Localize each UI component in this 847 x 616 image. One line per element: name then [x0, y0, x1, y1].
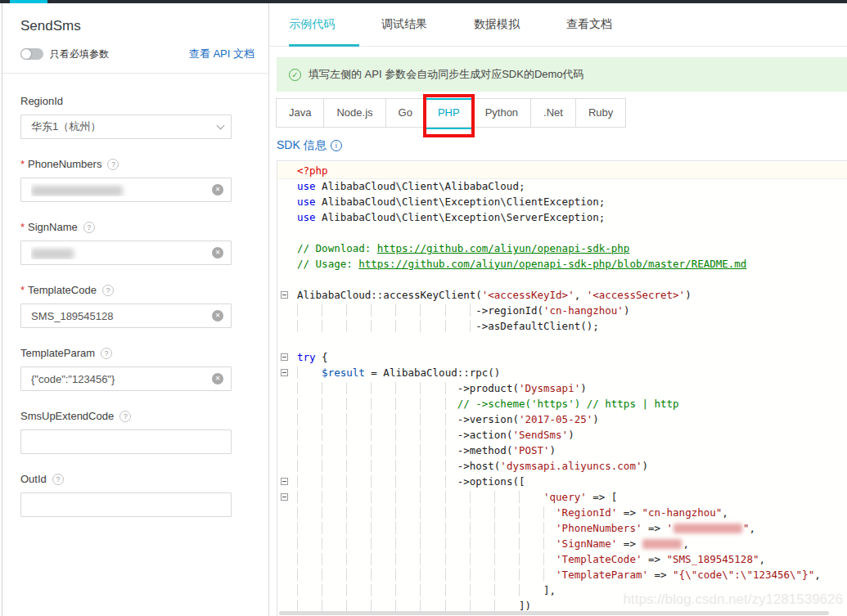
field-label-text: PhoneNumbers: [28, 158, 101, 170]
code-token-txt: => [: [587, 491, 618, 503]
help-icon[interactable]: ?: [107, 159, 119, 170]
code-line: ->version('2017-05-25'): [277, 411, 847, 427]
code-token-str: 'POST': [512, 444, 549, 456]
toggle-knob: [21, 49, 31, 59]
code-token-txt: ]): [519, 600, 531, 612]
view-api-doc-link[interactable]: 查看 API 文档: [189, 47, 255, 61]
code-token-txt: ->regionId(: [475, 304, 543, 317]
tab-data-mock[interactable]: 数据模拟: [474, 3, 520, 46]
phone-numbers-input[interactable]: ✕: [20, 178, 232, 202]
clear-icon[interactable]: ✕: [212, 184, 223, 196]
indent-guides: [297, 382, 457, 394]
code-token-str: ": [743, 522, 750, 534]
left-panel: SendSms 只看必填参数 查看 API 文档 RegionId华东1（杭州）…: [2, 3, 269, 616]
code-token-kw: use: [297, 196, 316, 208]
sync-hint-banner: ✓ 填写左侧的 API 参数会自动同步生成对应SDK的Demo代码: [277, 57, 847, 92]
tab-debug-result[interactable]: 调试结果: [381, 3, 427, 46]
indent-guides: [297, 600, 519, 612]
fold-marker-icon[interactable]: [281, 369, 288, 376]
code-token-str: 'query': [543, 491, 587, 503]
field-label-text: TemplateCode: [28, 284, 97, 296]
code-token-txt: {: [316, 351, 328, 363]
field-template-param: TemplateParam?{"code":"123456"}✕: [20, 347, 255, 391]
code-line: $result = AlibabaCloud::rpc(): [277, 365, 847, 380]
fold-marker-icon[interactable]: [281, 493, 288, 501]
fold-marker-icon[interactable]: [281, 478, 288, 485]
code-line: // Usage: https://github.com/aliyun/open…: [277, 256, 847, 272]
clear-icon[interactable]: ✕: [212, 247, 223, 259]
code-token-txt: ,: [574, 289, 587, 301]
lang-tab-go[interactable]: Go: [385, 98, 426, 128]
code-line: [277, 272, 847, 287]
code-token-str: 'TemplateCode': [556, 553, 642, 565]
field-label-out-id: OutId?: [20, 473, 255, 485]
clear-icon[interactable]: ✕: [212, 310, 223, 321]
code-token-txt: ,: [683, 537, 689, 550]
required-asterisk: *: [20, 221, 25, 233]
field-phone-numbers: *PhoneNumbers?✕: [20, 158, 255, 202]
lang-tab-python[interactable]: Python: [472, 98, 531, 128]
code-token-txt: =>: [648, 569, 673, 581]
field-sms-up-extend-code: SmsUpExtendCode?: [20, 410, 255, 454]
indent-guides: [297, 413, 457, 425]
code-editor[interactable]: <?phpuse AlibabaCloud\Client\AlibabaClou…: [277, 160, 847, 616]
code-line: 'TemplateParam' => "{\"code\":\"123456\"…: [277, 567, 847, 582]
code-token-txt: ): [592, 413, 599, 425]
toggle-label: 只看必填参数: [50, 47, 109, 61]
template-param-input[interactable]: {"code":"123456"}✕: [20, 366, 232, 391]
field-label-region-id: RegionId: [20, 95, 255, 107]
code-token-str: 'SignName': [556, 537, 617, 550]
code-token-str: 'SendSms': [512, 429, 568, 441]
field-region-id: RegionId华东1（杭州）: [20, 95, 255, 139]
fold-marker-icon[interactable]: [281, 353, 288, 361]
required-only-toggle[interactable]: [20, 48, 43, 60]
code-token-str: 'PhoneNumbers': [556, 522, 642, 534]
field-value: {"code":"123456"}: [31, 373, 212, 385]
out-id-input[interactable]: [20, 492, 232, 517]
lang-tab-java[interactable]: Java: [276, 98, 324, 128]
tab-view-doc[interactable]: 查看文档: [566, 3, 612, 46]
code-token-txt: AlibabaCloud\Client\AlibabaCloud;: [316, 180, 525, 192]
lang-tab-dotnet[interactable]: .Net: [530, 98, 576, 128]
lang-tab-nodejs[interactable]: Node.js: [323, 98, 385, 128]
field-label-template-code: *TemplateCode?: [20, 284, 255, 296]
code-token-txt: =>: [642, 522, 666, 534]
tab-sample-code[interactable]: 示例代码: [289, 3, 335, 46]
help-icon[interactable]: ?: [119, 411, 131, 422]
code-line: use AlibabaCloud\Client\Exception\Server…: [277, 209, 847, 225]
required-asterisk: *: [20, 284, 25, 296]
code-line: 'RegionId' => "cn-hangzhou",: [277, 505, 847, 520]
help-icon[interactable]: ?: [52, 474, 64, 485]
clear-icon[interactable]: ✕: [212, 373, 223, 384]
indent-guides: [297, 460, 457, 472]
code-line: 'PhoneNumbers' => '",: [277, 520, 847, 536]
blurred-value: [31, 249, 74, 259]
indent-guides: [297, 398, 457, 410]
lang-tab-php[interactable]: PHP: [425, 98, 473, 128]
help-icon[interactable]: ?: [101, 348, 112, 359]
code-token-str: '2017-05-25': [519, 413, 592, 425]
sms-up-extend-code-input[interactable]: [20, 429, 232, 454]
help-icon[interactable]: ?: [83, 222, 95, 233]
help-icon[interactable]: ?: [102, 285, 114, 296]
code-line: use AlibabaCloud\Client\AlibabaCloud;: [277, 178, 847, 194]
language-tabs: JavaNode.jsGoPHPPython.NetRuby: [277, 98, 847, 128]
lang-tab-ruby[interactable]: Ruby: [575, 98, 626, 128]
sdk-info-link[interactable]: SDK 信息 i: [277, 138, 342, 153]
code-token-txt: ,: [750, 522, 756, 534]
sign-name-input[interactable]: ✕: [20, 241, 232, 265]
indent-guides: [297, 584, 543, 596]
region-id-select[interactable]: 华东1（杭州）: [20, 115, 232, 139]
code-token-txt: ->host(: [457, 460, 501, 472]
code-token-txt: ,: [759, 553, 765, 565]
sdk-info-label: SDK 信息: [277, 138, 327, 153]
blurred-code-value: [674, 524, 742, 533]
code-token-str: 'cn-hangzhou': [543, 304, 624, 317]
horizontal-scrollbar[interactable]: [279, 611, 829, 615]
field-label-sign-name: *SignName?: [20, 221, 255, 233]
template-code-input[interactable]: SMS_189545128✕: [20, 304, 232, 328]
field-value: 华东1（杭州）: [31, 119, 218, 134]
code-token-txt: =>: [617, 506, 642, 519]
left-panel-header: SendSms 只看必填参数 查看 API 文档: [2, 3, 268, 73]
fold-marker-icon[interactable]: [281, 291, 288, 299]
